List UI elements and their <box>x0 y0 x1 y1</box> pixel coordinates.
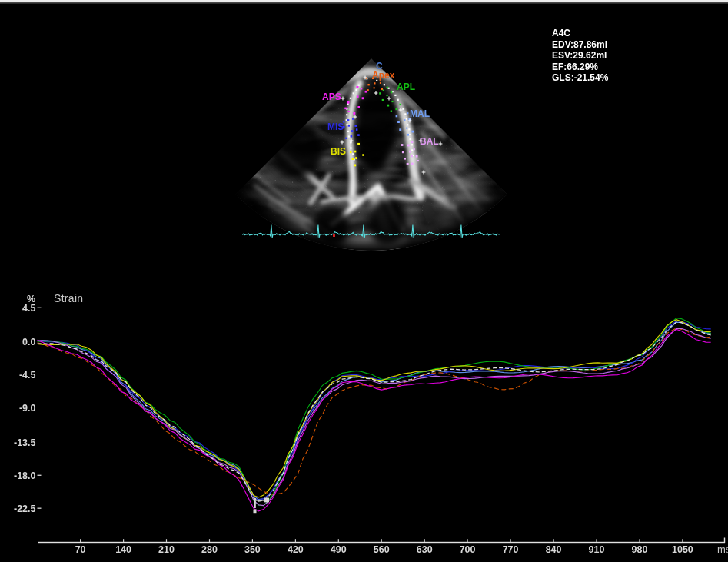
svg-text:280: 280 <box>201 544 218 555</box>
svg-text:210: 210 <box>158 544 175 555</box>
svg-text:APL: APL <box>397 81 415 92</box>
svg-text:910: 910 <box>589 544 605 555</box>
svg-text:0.0: 0.0 <box>22 337 35 348</box>
svg-text:-13.5: -13.5 <box>14 437 36 448</box>
svg-text:APS: APS <box>322 91 341 102</box>
svg-text:MIS: MIS <box>327 121 344 132</box>
svg-text:4.5: 4.5 <box>22 303 35 314</box>
svg-text:-18.0: -18.0 <box>14 471 36 481</box>
svg-text:350: 350 <box>244 544 261 555</box>
svg-text:420: 420 <box>288 544 304 555</box>
svg-text:BIS: BIS <box>331 146 346 157</box>
svg-text:770: 770 <box>503 544 519 555</box>
svg-text:Apex: Apex <box>372 70 395 81</box>
svg-text:70: 70 <box>75 544 86 555</box>
svg-text:-4.5: -4.5 <box>19 370 36 381</box>
svg-text:Strain: Strain <box>54 292 83 304</box>
svg-text:840: 840 <box>546 544 562 555</box>
svg-text:630: 630 <box>417 544 433 555</box>
svg-text:-9.0: -9.0 <box>19 403 36 414</box>
svg-text:700: 700 <box>460 544 476 555</box>
svg-text:ms: ms <box>717 544 728 555</box>
svg-text:BAL: BAL <box>420 136 439 147</box>
svg-text:560: 560 <box>374 544 390 555</box>
svg-text:1050: 1050 <box>672 544 693 555</box>
svg-text:140: 140 <box>115 544 131 555</box>
svg-text:980: 980 <box>632 544 648 555</box>
svg-text:490: 490 <box>331 544 347 555</box>
svg-text:MAL: MAL <box>410 108 430 119</box>
svg-text:-22.5: -22.5 <box>14 504 36 514</box>
